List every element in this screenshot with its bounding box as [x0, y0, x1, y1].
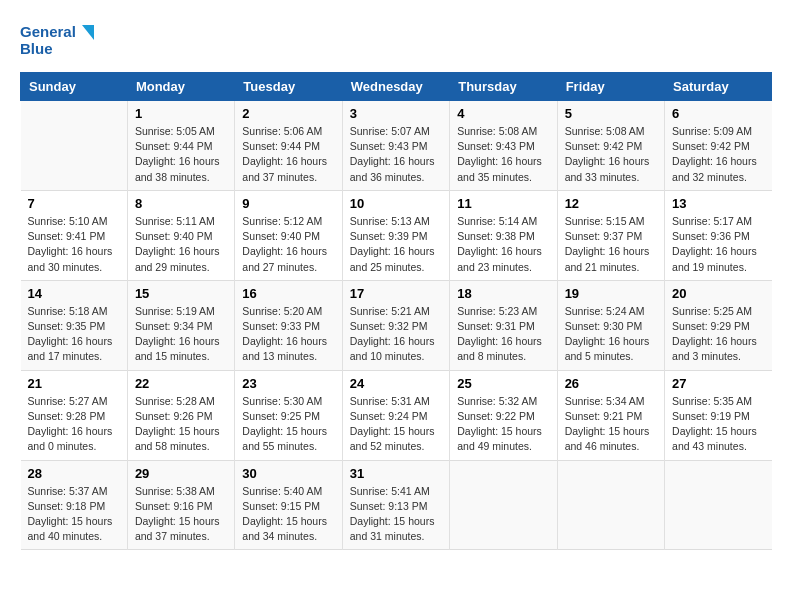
- day-info: Sunrise: 5:19 AM Sunset: 9:34 PM Dayligh…: [135, 304, 227, 365]
- calendar-cell: 20Sunrise: 5:25 AM Sunset: 9:29 PM Dayli…: [665, 280, 772, 370]
- calendar-cell: [450, 460, 557, 550]
- day-number: 28: [28, 466, 120, 481]
- calendar-header-row: SundayMondayTuesdayWednesdayThursdayFrid…: [21, 73, 772, 101]
- svg-marker-2: [82, 25, 94, 40]
- column-header-thursday: Thursday: [450, 73, 557, 101]
- day-info: Sunrise: 5:41 AM Sunset: 9:13 PM Dayligh…: [350, 484, 442, 545]
- day-info: Sunrise: 5:05 AM Sunset: 9:44 PM Dayligh…: [135, 124, 227, 185]
- day-number: 31: [350, 466, 442, 481]
- calendar-cell: 29Sunrise: 5:38 AM Sunset: 9:16 PM Dayli…: [127, 460, 234, 550]
- day-info: Sunrise: 5:08 AM Sunset: 9:42 PM Dayligh…: [565, 124, 657, 185]
- calendar-cell: 27Sunrise: 5:35 AM Sunset: 9:19 PM Dayli…: [665, 370, 772, 460]
- day-number: 10: [350, 196, 442, 211]
- calendar-cell: 17Sunrise: 5:21 AM Sunset: 9:32 PM Dayli…: [342, 280, 449, 370]
- day-number: 25: [457, 376, 549, 391]
- day-number: 3: [350, 106, 442, 121]
- day-number: 7: [28, 196, 120, 211]
- calendar-cell: 9Sunrise: 5:12 AM Sunset: 9:40 PM Daylig…: [235, 190, 342, 280]
- calendar-cell: 28Sunrise: 5:37 AM Sunset: 9:18 PM Dayli…: [21, 460, 128, 550]
- day-number: 12: [565, 196, 657, 211]
- day-number: 1: [135, 106, 227, 121]
- calendar-cell: 18Sunrise: 5:23 AM Sunset: 9:31 PM Dayli…: [450, 280, 557, 370]
- calendar-week-4: 21Sunrise: 5:27 AM Sunset: 9:28 PM Dayli…: [21, 370, 772, 460]
- day-number: 11: [457, 196, 549, 211]
- logo: General Blue: [20, 20, 100, 62]
- calendar-cell: 25Sunrise: 5:32 AM Sunset: 9:22 PM Dayli…: [450, 370, 557, 460]
- day-info: Sunrise: 5:21 AM Sunset: 9:32 PM Dayligh…: [350, 304, 442, 365]
- day-info: Sunrise: 5:32 AM Sunset: 9:22 PM Dayligh…: [457, 394, 549, 455]
- calendar-cell: [665, 460, 772, 550]
- calendar-week-2: 7Sunrise: 5:10 AM Sunset: 9:41 PM Daylig…: [21, 190, 772, 280]
- day-info: Sunrise: 5:40 AM Sunset: 9:15 PM Dayligh…: [242, 484, 334, 545]
- calendar-cell: 11Sunrise: 5:14 AM Sunset: 9:38 PM Dayli…: [450, 190, 557, 280]
- calendar-cell: 15Sunrise: 5:19 AM Sunset: 9:34 PM Dayli…: [127, 280, 234, 370]
- day-info: Sunrise: 5:06 AM Sunset: 9:44 PM Dayligh…: [242, 124, 334, 185]
- day-info: Sunrise: 5:24 AM Sunset: 9:30 PM Dayligh…: [565, 304, 657, 365]
- calendar-cell: 14Sunrise: 5:18 AM Sunset: 9:35 PM Dayli…: [21, 280, 128, 370]
- day-info: Sunrise: 5:09 AM Sunset: 9:42 PM Dayligh…: [672, 124, 764, 185]
- day-info: Sunrise: 5:12 AM Sunset: 9:40 PM Dayligh…: [242, 214, 334, 275]
- day-info: Sunrise: 5:20 AM Sunset: 9:33 PM Dayligh…: [242, 304, 334, 365]
- day-number: 19: [565, 286, 657, 301]
- calendar-cell: 5Sunrise: 5:08 AM Sunset: 9:42 PM Daylig…: [557, 101, 664, 191]
- calendar-cell: 10Sunrise: 5:13 AM Sunset: 9:39 PM Dayli…: [342, 190, 449, 280]
- calendar-cell: 31Sunrise: 5:41 AM Sunset: 9:13 PM Dayli…: [342, 460, 449, 550]
- day-number: 26: [565, 376, 657, 391]
- logo-svg: General Blue: [20, 20, 100, 62]
- day-number: 14: [28, 286, 120, 301]
- day-number: 24: [350, 376, 442, 391]
- day-number: 30: [242, 466, 334, 481]
- column-header-monday: Monday: [127, 73, 234, 101]
- calendar-cell: 21Sunrise: 5:27 AM Sunset: 9:28 PM Dayli…: [21, 370, 128, 460]
- column-header-sunday: Sunday: [21, 73, 128, 101]
- calendar-cell: 16Sunrise: 5:20 AM Sunset: 9:33 PM Dayli…: [235, 280, 342, 370]
- column-header-friday: Friday: [557, 73, 664, 101]
- day-number: 21: [28, 376, 120, 391]
- day-number: 18: [457, 286, 549, 301]
- column-header-tuesday: Tuesday: [235, 73, 342, 101]
- day-number: 29: [135, 466, 227, 481]
- day-number: 17: [350, 286, 442, 301]
- day-number: 4: [457, 106, 549, 121]
- day-number: 5: [565, 106, 657, 121]
- day-info: Sunrise: 5:38 AM Sunset: 9:16 PM Dayligh…: [135, 484, 227, 545]
- column-header-saturday: Saturday: [665, 73, 772, 101]
- day-info: Sunrise: 5:31 AM Sunset: 9:24 PM Dayligh…: [350, 394, 442, 455]
- day-info: Sunrise: 5:35 AM Sunset: 9:19 PM Dayligh…: [672, 394, 764, 455]
- day-info: Sunrise: 5:34 AM Sunset: 9:21 PM Dayligh…: [565, 394, 657, 455]
- calendar-cell: 19Sunrise: 5:24 AM Sunset: 9:30 PM Dayli…: [557, 280, 664, 370]
- day-number: 13: [672, 196, 764, 211]
- calendar-cell: 13Sunrise: 5:17 AM Sunset: 9:36 PM Dayli…: [665, 190, 772, 280]
- day-number: 27: [672, 376, 764, 391]
- calendar-cell: 26Sunrise: 5:34 AM Sunset: 9:21 PM Dayli…: [557, 370, 664, 460]
- calendar-cell: 22Sunrise: 5:28 AM Sunset: 9:26 PM Dayli…: [127, 370, 234, 460]
- calendar-cell: 7Sunrise: 5:10 AM Sunset: 9:41 PM Daylig…: [21, 190, 128, 280]
- calendar-week-1: 1Sunrise: 5:05 AM Sunset: 9:44 PM Daylig…: [21, 101, 772, 191]
- day-info: Sunrise: 5:18 AM Sunset: 9:35 PM Dayligh…: [28, 304, 120, 365]
- day-number: 20: [672, 286, 764, 301]
- day-info: Sunrise: 5:11 AM Sunset: 9:40 PM Dayligh…: [135, 214, 227, 275]
- day-info: Sunrise: 5:14 AM Sunset: 9:38 PM Dayligh…: [457, 214, 549, 275]
- calendar-table: SundayMondayTuesdayWednesdayThursdayFrid…: [20, 72, 772, 550]
- calendar-cell: [21, 101, 128, 191]
- column-header-wednesday: Wednesday: [342, 73, 449, 101]
- calendar-cell: 4Sunrise: 5:08 AM Sunset: 9:43 PM Daylig…: [450, 101, 557, 191]
- calendar-cell: [557, 460, 664, 550]
- calendar-cell: 6Sunrise: 5:09 AM Sunset: 9:42 PM Daylig…: [665, 101, 772, 191]
- page-header: General Blue: [20, 20, 772, 62]
- calendar-cell: 12Sunrise: 5:15 AM Sunset: 9:37 PM Dayli…: [557, 190, 664, 280]
- calendar-cell: 23Sunrise: 5:30 AM Sunset: 9:25 PM Dayli…: [235, 370, 342, 460]
- day-number: 16: [242, 286, 334, 301]
- day-info: Sunrise: 5:15 AM Sunset: 9:37 PM Dayligh…: [565, 214, 657, 275]
- day-info: Sunrise: 5:37 AM Sunset: 9:18 PM Dayligh…: [28, 484, 120, 545]
- day-number: 9: [242, 196, 334, 211]
- calendar-cell: 8Sunrise: 5:11 AM Sunset: 9:40 PM Daylig…: [127, 190, 234, 280]
- calendar-cell: 30Sunrise: 5:40 AM Sunset: 9:15 PM Dayli…: [235, 460, 342, 550]
- svg-text:General: General: [20, 23, 76, 40]
- svg-text:Blue: Blue: [20, 40, 53, 57]
- calendar-cell: 1Sunrise: 5:05 AM Sunset: 9:44 PM Daylig…: [127, 101, 234, 191]
- calendar-cell: 3Sunrise: 5:07 AM Sunset: 9:43 PM Daylig…: [342, 101, 449, 191]
- day-info: Sunrise: 5:13 AM Sunset: 9:39 PM Dayligh…: [350, 214, 442, 275]
- day-number: 8: [135, 196, 227, 211]
- day-info: Sunrise: 5:27 AM Sunset: 9:28 PM Dayligh…: [28, 394, 120, 455]
